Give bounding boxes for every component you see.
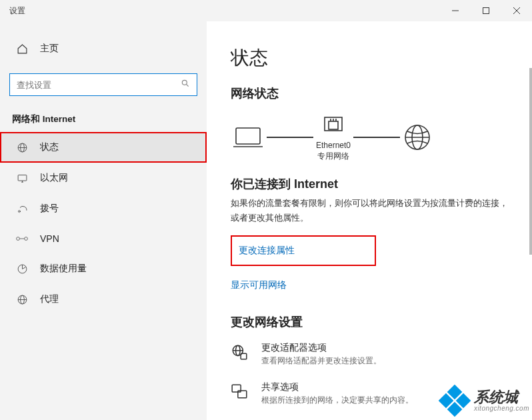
option-adapter-desc: 查看网络适配器并更改连接设置。 (261, 355, 381, 367)
svg-point-12 (19, 211, 20, 211)
window-controls (440, 0, 532, 21)
connection-line-2 (353, 137, 400, 138)
nav-label: VPN (40, 233, 59, 244)
watermark: 系统城 xitongcheng.com (439, 385, 529, 416)
settings-window: 设置 主页 网络和 Internet 状态 (0, 0, 532, 420)
connected-title: 你已连接到 Internet (231, 176, 508, 192)
nav-item-ethernet[interactable]: 以太网 (0, 163, 207, 193)
watermark-text-small: xitongcheng.com (474, 405, 529, 412)
content-area: 状态 网络状态 Ethernet0 专用网络 你已连接到 Internet 如果… (207, 21, 532, 420)
nav-label: 代理 (40, 293, 59, 305)
nav-item-dialup[interactable]: 拨号 (0, 193, 207, 224)
watermark-text-big: 系统城 (474, 390, 529, 405)
dialup-icon (16, 203, 28, 215)
close-button[interactable] (501, 0, 532, 21)
ethernet-port-icon (322, 113, 345, 136)
sharing-icon (231, 381, 251, 403)
svg-rect-9 (18, 175, 27, 181)
nav-label: 拨号 (40, 203, 59, 215)
nav-label: 数据使用量 (40, 263, 87, 275)
change-network-settings-title: 更改网络设置 (231, 314, 508, 330)
nav-item-vpn[interactable]: VPN (0, 224, 207, 253)
ethernet-name: Ethernet0 (316, 140, 351, 151)
svg-rect-23 (329, 121, 338, 129)
nav-item-status[interactable]: 状态 (0, 132, 207, 163)
ethernet-label: Ethernet0 专用网络 (316, 140, 351, 161)
nav-item-proxy[interactable]: 代理 (0, 284, 207, 315)
search-input[interactable] (17, 80, 163, 90)
titlebar: 设置 (0, 0, 532, 21)
search-icon (181, 79, 190, 91)
datausage-icon (16, 263, 28, 275)
minimize-button[interactable] (440, 0, 471, 21)
window-title: 设置 (9, 5, 25, 17)
status-icon (16, 142, 28, 153)
maximize-button[interactable] (471, 0, 501, 21)
home-icon (16, 43, 28, 55)
svg-rect-20 (236, 128, 260, 144)
vpn-icon (16, 234, 28, 243)
show-available-networks-link[interactable]: 显示可用网络 (231, 277, 287, 294)
search-container (9, 73, 197, 96)
nav-label: 以太网 (40, 172, 68, 184)
connection-line-1 (267, 137, 313, 138)
change-connection-properties-link[interactable]: 更改连接属性 (239, 242, 295, 259)
nav-item-datausage[interactable]: 数据使用量 (0, 253, 207, 284)
section-label: 网络和 Internet (0, 105, 207, 132)
nav-label: 状态 (40, 141, 59, 153)
search-input-wrapper[interactable] (9, 73, 197, 96)
adapter-icon (231, 342, 251, 363)
ethernet-icon (16, 173, 28, 184)
svg-point-14 (25, 237, 28, 241)
sidebar: 主页 网络和 Internet 状态 以太网 拨号 (0, 21, 207, 420)
globe-icon (403, 123, 432, 152)
network-status-title: 网络状态 (231, 85, 508, 101)
window-body: 主页 网络和 Internet 状态 以太网 拨号 (0, 21, 532, 420)
svg-line-5 (187, 85, 189, 87)
home-button[interactable]: 主页 (0, 37, 207, 60)
option-adapter[interactable]: 更改适配器选项 查看网络适配器并更改连接设置。 (231, 342, 508, 367)
connected-description: 如果你的流量套餐有限制，则你可以将此网络设置为按流量计费的连接，或者更改其他属性… (231, 196, 508, 225)
option-adapter-title: 更改适配器选项 (261, 342, 381, 354)
option-sharing-desc: 根据所连接到的网络，决定要共享的内容。 (261, 395, 413, 406)
scrollbar-thumb[interactable] (529, 68, 532, 255)
ethernet-node: Ethernet0 专用网络 (316, 113, 351, 161)
scrollbar[interactable] (527, 68, 532, 420)
svg-point-13 (17, 237, 20, 241)
watermark-logo-icon (439, 385, 470, 416)
svg-point-4 (182, 80, 187, 85)
computer-icon (232, 124, 264, 151)
ethernet-type: 专用网络 (316, 151, 351, 161)
page-title: 状态 (231, 45, 508, 71)
network-diagram: Ethernet0 专用网络 (232, 113, 508, 161)
svg-rect-1 (483, 8, 489, 14)
change-connection-properties-highlight: 更改连接属性 (231, 235, 376, 266)
option-sharing-title: 共享选项 (261, 381, 413, 393)
home-label: 主页 (40, 43, 59, 55)
proxy-icon (16, 294, 28, 305)
